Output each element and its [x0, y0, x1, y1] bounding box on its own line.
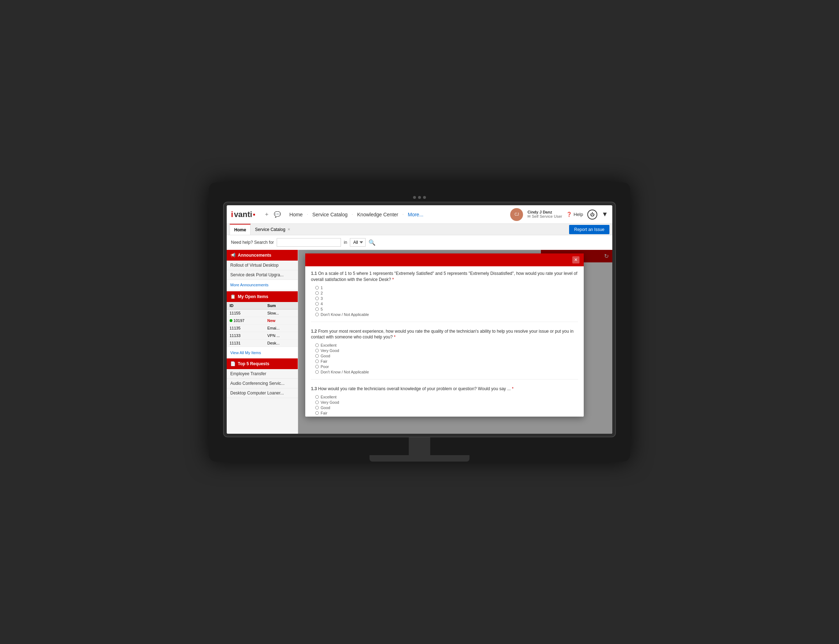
monitor-bezel: i vanti ■ ＋ 💬 Home · Service Catalog · K…	[223, 202, 616, 437]
add-icon[interactable]: ＋	[264, 210, 269, 218]
question-2-num: 1.2	[311, 329, 317, 334]
top5-item-1[interactable]: Employee Transfer	[227, 369, 298, 379]
open-items-table: ID Sum 11155 Slow...	[227, 302, 298, 347]
option-1-2[interactable]: 2	[315, 291, 578, 295]
camera-dot-1	[413, 196, 416, 199]
modal-overlay: × 1.1 On a scale of 1 to 5 where 1 repre…	[298, 250, 612, 434]
table-row[interactable]: 10197 New	[227, 317, 298, 325]
option-2-fair[interactable]: Fair	[315, 359, 578, 363]
option-1-dkna[interactable]: Don't Know / Not Applicable	[315, 312, 578, 317]
tab-home-label: Home	[234, 227, 246, 232]
tab-service-catalog[interactable]: Service Catalog ✕	[251, 224, 294, 235]
user-info: Cindy J Danz ✉ Self Service User	[527, 210, 562, 219]
question-1-text: 1.1 On a scale of 1 to 5 where 1 represe…	[311, 271, 578, 283]
help-button[interactable]: ❓ Help	[566, 212, 583, 217]
announcement-item-1[interactable]: Rollout of Virtual Desktop	[227, 261, 298, 270]
question-2-options: Excellent Very Good Good Fair Poor Don't…	[311, 343, 578, 374]
modal-body[interactable]: 1.1 On a scale of 1 to 5 where 1 represe…	[305, 266, 584, 417]
option-3-poor[interactable]: Poor	[315, 416, 578, 417]
modal-close-button[interactable]: ×	[572, 256, 580, 263]
view-all-items-link[interactable]: View All My Items	[227, 348, 298, 357]
nav-home[interactable]: Home	[287, 210, 305, 219]
header-action-icons: ＋ 💬	[264, 210, 281, 218]
question-1-options: 1 2 3 4 5 Don't Know / Not Applicable	[311, 286, 578, 317]
open-items-title: My Open Items	[238, 294, 268, 299]
tab-bar: Home Service Catalog ✕ Report an Issue	[227, 224, 612, 235]
power-button[interactable]: ⏻	[587, 210, 597, 220]
option-1-1[interactable]: 1	[315, 286, 578, 290]
user-role: ✉ Self Service User	[527, 214, 562, 219]
col-summary: Sum	[264, 302, 298, 309]
option-3-good[interactable]: Good	[315, 406, 578, 410]
camera-dot-2	[418, 196, 421, 199]
nav-knowledge-center[interactable]: Knowledge Center	[354, 210, 401, 219]
option-3-fair[interactable]: Fair	[315, 411, 578, 415]
announcements-title: Announcements	[238, 253, 271, 258]
option-3-excellent[interactable]: Excellent	[315, 395, 578, 399]
option-1-4[interactable]: 4	[315, 302, 578, 306]
question-1-required: *	[392, 277, 394, 282]
table-row[interactable]: 11133 VPN ...	[227, 332, 298, 340]
email-icon: ✉	[527, 214, 530, 219]
nav-dot-1: ·	[307, 212, 308, 216]
right-panel: Knowledge Center ↻ ×	[298, 250, 612, 434]
monitor-stand	[223, 437, 616, 462]
more-announcements-link[interactable]: More Announcements	[230, 283, 294, 287]
tab-service-catalog-close[interactable]: ✕	[287, 227, 290, 231]
header-right: CJ Cindy J Danz ✉ Self Service User ❓ He…	[510, 208, 608, 221]
question-1-num: 1.1	[311, 271, 317, 276]
row-summary: VPN ...	[264, 332, 298, 340]
report-issue-button[interactable]: Report an Issue	[569, 225, 609, 234]
option-1-5[interactable]: 5	[315, 307, 578, 311]
announcement-item-2[interactable]: Service desk Portal Upgra...	[227, 270, 298, 280]
survey-question-3: 1.3 How would you rate the technicians o…	[311, 386, 578, 417]
row-summary-new: New	[264, 317, 298, 325]
row-id: 11155	[227, 309, 264, 317]
sidebar: 📢 Announcements Rollout of Virtual Deskt…	[227, 250, 298, 434]
logo-icon: i	[231, 210, 233, 219]
top5-item-2[interactable]: Audio Conferencing Servic...	[227, 379, 298, 388]
top5-icon: 📄	[230, 361, 236, 366]
option-1-3[interactable]: 3	[315, 296, 578, 301]
nav-service-catalog[interactable]: Service Catalog	[310, 210, 351, 219]
table-row[interactable]: 11131 Desk...	[227, 340, 298, 347]
user-avatar: CJ	[510, 208, 523, 221]
survey-question-2: 1.2 From your most recent experience, ho…	[311, 329, 578, 380]
search-input[interactable]	[277, 238, 341, 247]
option-2-good[interactable]: Good	[315, 354, 578, 358]
table-row[interactable]: 11155 Slow...	[227, 309, 298, 317]
modal-header: ×	[305, 253, 584, 266]
monitor-screen: i vanti ■ ＋ 💬 Home · Service Catalog · K…	[227, 205, 612, 434]
logo-text: vanti	[234, 210, 252, 219]
row-summary: Slow...	[264, 309, 298, 317]
avatar-initials: CJ	[514, 212, 519, 216]
row-id: 10197	[227, 317, 264, 325]
row-id: 11131	[227, 340, 264, 347]
survey-modal: × 1.1 On a scale of 1 to 5 where 1 repre…	[305, 253, 584, 417]
logo-tm: ■	[253, 212, 255, 216]
survey-question-1: 1.1 On a scale of 1 to 5 where 1 represe…	[311, 271, 578, 322]
tab-service-catalog-label: Service Catalog	[255, 227, 285, 232]
app-header: i vanti ■ ＋ 💬 Home · Service Catalog · K…	[227, 205, 612, 224]
question-3-options: Excellent Very Good Good Fair Poor Don't…	[311, 395, 578, 417]
option-2-excellent[interactable]: Excellent	[315, 343, 578, 347]
table-row[interactable]: 11135 Emai...	[227, 325, 298, 332]
search-button[interactable]: 🔍	[368, 239, 376, 246]
main-content: 📢 Announcements Rollout of Virtual Deskt…	[227, 250, 612, 434]
announcements-icon: 📢	[230, 253, 236, 258]
chat-icon[interactable]: 💬	[274, 211, 281, 218]
option-3-verygood[interactable]: Very Good	[315, 400, 578, 404]
question-1-body: On a scale of 1 to 5 where 1 represents …	[311, 271, 577, 282]
option-2-poor[interactable]: Poor	[315, 365, 578, 369]
scroll-down-icon[interactable]: ▼	[602, 210, 608, 218]
top5-item-3[interactable]: Desktop Computer Loaner...	[227, 388, 298, 398]
stand-neck	[409, 437, 430, 455]
option-2-verygood[interactable]: Very Good	[315, 348, 578, 353]
user-name: Cindy J Danz	[527, 210, 562, 214]
question-2-text: 1.2 From your most recent experience, ho…	[311, 329, 578, 340]
search-label: Need help? Search for	[231, 240, 274, 245]
search-dropdown[interactable]: All	[350, 238, 366, 247]
tab-home[interactable]: Home	[230, 224, 251, 235]
nav-more[interactable]: More...	[405, 210, 426, 219]
option-2-dkna[interactable]: Don't Know / Not Applicable	[315, 370, 578, 374]
